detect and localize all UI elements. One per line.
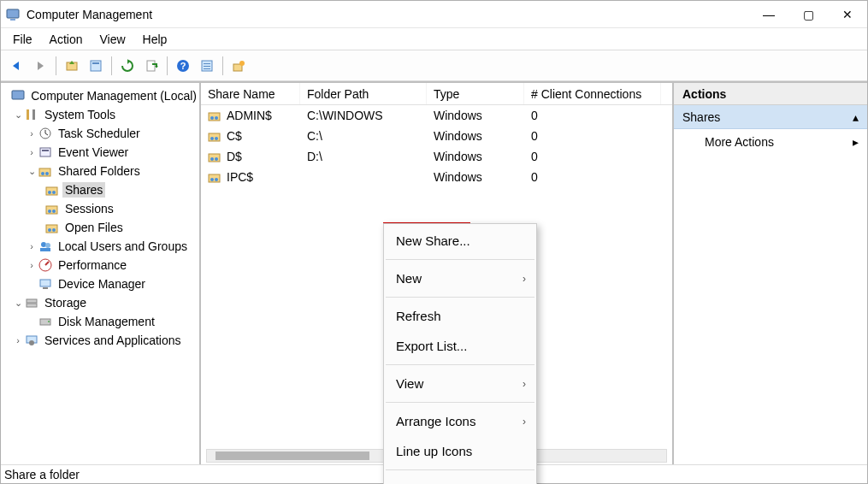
list-row[interactable]: D$ D:\ Windows 0 (201, 146, 672, 167)
svg-point-30 (48, 228, 51, 232)
svg-point-28 (52, 210, 56, 213)
chevron-down-icon[interactable]: ⌄ (11, 108, 25, 121)
svg-rect-47 (209, 133, 220, 141)
tree-root[interactable]: Computer Management (Local) (1, 86, 199, 105)
menu-view[interactable]: View (91, 30, 133, 49)
users-icon (38, 239, 52, 253)
svg-rect-3 (91, 61, 101, 71)
actions-section-shares[interactable]: Shares ▴ (674, 105, 867, 129)
toolbar-forward[interactable] (30, 56, 50, 76)
context-refresh[interactable]: Refresh (384, 301, 536, 331)
toolbar-details[interactable] (197, 56, 217, 76)
svg-rect-29 (46, 225, 57, 233)
menu-help[interactable]: Help (134, 30, 176, 49)
scrollbar-thumb[interactable] (216, 452, 369, 460)
chevron-icon (1, 89, 11, 103)
chevron-right-icon[interactable]: › (11, 333, 25, 347)
svg-rect-38 (27, 299, 37, 303)
actions-more-actions[interactable]: More Actions ▸ (674, 129, 867, 155)
tree-system-tools[interactable]: ⌄ System Tools (1, 105, 199, 124)
context-help[interactable]: Help (384, 474, 536, 484)
tree-sessions[interactable]: Sessions (1, 199, 199, 218)
chevron-right-icon[interactable]: › (25, 145, 38, 159)
context-new-share[interactable]: New Share... (384, 226, 536, 256)
tree-open-files[interactable]: Open Files (1, 218, 199, 237)
svg-rect-26 (46, 206, 57, 214)
svg-rect-4 (92, 62, 99, 64)
shared-folder-icon (38, 164, 52, 178)
chevron-right-icon: › (523, 273, 526, 285)
chevron-down-icon[interactable]: ⌄ (11, 296, 25, 310)
svg-rect-11 (204, 68, 210, 69)
tree-shares[interactable]: Shares (1, 180, 199, 199)
context-view[interactable]: View› (384, 369, 536, 398)
tree-event-viewer[interactable]: › Event Viewer (1, 143, 199, 162)
tree-services-apps[interactable]: › Services and Applications (1, 331, 199, 350)
svg-rect-20 (39, 168, 50, 176)
col-client-connections[interactable]: # Client Connections (524, 83, 661, 104)
svg-rect-1 (10, 19, 15, 21)
svg-rect-15 (27, 109, 29, 120)
context-line-up-icons[interactable]: Line up Icons (384, 436, 536, 466)
svg-point-41 (48, 321, 50, 322)
list-row[interactable]: IPC$ Windows 0 (201, 167, 672, 187)
menu-file[interactable]: File (4, 30, 41, 49)
svg-rect-0 (7, 9, 19, 18)
col-type[interactable]: Type (427, 83, 524, 104)
open-files-icon (45, 221, 59, 234)
tree-disk-management[interactable]: Disk Management (1, 312, 199, 331)
svg-point-25 (52, 191, 56, 194)
chevron-right-icon[interactable]: › (25, 258, 38, 272)
col-share-name[interactable]: Share Name (201, 83, 300, 104)
list-row[interactable]: ADMIN$ C:\WINDOWS Windows 0 (201, 105, 672, 126)
disk-icon (38, 315, 52, 328)
tree-device-manager[interactable]: Device Manager (1, 274, 199, 293)
toolbar-export[interactable] (141, 56, 162, 76)
context-separator (386, 364, 534, 365)
svg-point-45 (210, 116, 214, 120)
svg-rect-50 (209, 154, 220, 162)
toolbar: ? (1, 50, 867, 81)
titlebar: Computer Management — ▢ ✕ (1, 1, 867, 28)
svg-point-31 (52, 228, 56, 232)
tree-pane[interactable]: Computer Management (Local) ⌄ System Too… (1, 83, 201, 464)
toolbar-properties[interactable] (86, 56, 106, 76)
svg-point-22 (45, 172, 49, 175)
tree-local-users[interactable]: › Local Users and Groups (1, 237, 199, 256)
maximize-button[interactable]: ▢ (788, 1, 828, 28)
svg-rect-53 (209, 174, 220, 182)
chevron-right-icon[interactable]: › (25, 127, 38, 140)
context-separator (386, 297, 534, 298)
context-new[interactable]: New› (384, 263, 536, 293)
svg-point-51 (210, 157, 214, 161)
svg-rect-39 (27, 304, 37, 307)
svg-point-55 (215, 178, 218, 181)
shares-icon (45, 183, 59, 197)
toolbar-refresh[interactable] (117, 56, 138, 76)
svg-rect-18 (40, 148, 50, 156)
toolbar-back[interactable] (6, 56, 27, 76)
chevron-right-icon[interactable]: › (25, 239, 38, 253)
svg-point-52 (215, 157, 218, 161)
svg-point-54 (210, 178, 214, 181)
minimize-button[interactable]: — (749, 1, 788, 28)
tree-shared-folders[interactable]: ⌄ Shared Folders (1, 162, 199, 180)
context-arrange-icons[interactable]: Arrange Icons› (384, 406, 536, 436)
col-folder-path[interactable]: Folder Path (300, 83, 427, 104)
chevron-down-icon[interactable]: ⌄ (25, 164, 38, 178)
tree-performance[interactable]: › Performance (1, 256, 199, 274)
chevron-right-icon: › (523, 378, 526, 390)
list-row[interactable]: C$ C:\ Windows 0 (201, 126, 672, 146)
tree-storage[interactable]: ⌄ Storage (1, 293, 199, 312)
context-separator (386, 469, 534, 470)
toolbar-up[interactable] (62, 56, 82, 76)
chevron-right-icon: › (523, 416, 526, 428)
tree-task-scheduler[interactable]: › Task Scheduler (1, 124, 199, 143)
menu-action[interactable]: Action (41, 30, 92, 49)
toolbar-new-share[interactable] (228, 56, 249, 76)
share-icon (208, 170, 221, 184)
toolbar-help[interactable]: ? (173, 56, 193, 76)
svg-rect-10 (204, 66, 210, 67)
context-export-list[interactable]: Export List... (384, 331, 536, 361)
close-button[interactable]: ✕ (828, 1, 867, 28)
